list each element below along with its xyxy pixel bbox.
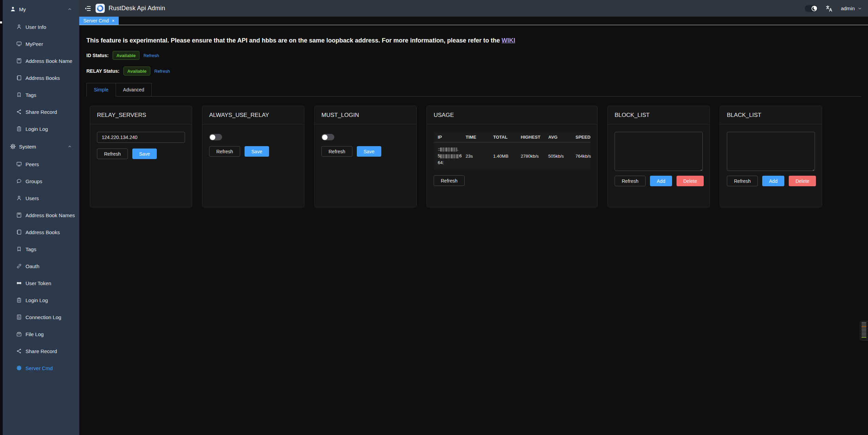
must-login-save-button[interactable]: Save xyxy=(357,146,381,157)
minimap-stripe xyxy=(862,329,866,330)
minimap-stripe xyxy=(862,332,866,332)
sidebar-item-address-book-names[interactable]: Address Book Names xyxy=(3,207,79,224)
relay-status-label: RELAY Status: xyxy=(86,68,119,74)
tab-simple[interactable]: Simple xyxy=(86,83,116,96)
sidebar-item-label: Login Log xyxy=(26,297,48,303)
tab-advanced-label: Advanced xyxy=(123,87,144,92)
app-title: RustDesk Api Admin xyxy=(108,5,165,12)
sidebar-item-server-cmd[interactable]: Server Cmd xyxy=(3,360,79,377)
sidebar-item-share-record[interactable]: Share Record xyxy=(3,103,79,120)
user-icon xyxy=(16,195,22,201)
close-icon[interactable]: × xyxy=(112,18,115,23)
usage-table-header: IP TIME TOTAL HIGHEST AVG SPEED xyxy=(434,132,590,142)
translate-icon[interactable] xyxy=(825,4,833,13)
always-use-relay-refresh-button[interactable]: Refresh xyxy=(209,146,240,157)
user-filled-icon xyxy=(10,6,16,13)
username: admin xyxy=(841,5,855,11)
gear-icon xyxy=(10,143,16,150)
usage-refresh-button[interactable]: Refresh xyxy=(434,175,465,186)
chevron-up-icon xyxy=(67,144,72,149)
usage-speed-value: 764kb/s xyxy=(575,154,591,159)
sidebar-item-label: MyPeer xyxy=(26,41,43,47)
sidebar-item-peers[interactable]: Peers xyxy=(3,156,79,173)
rustdesk-admin-app: My User Info MyPeer Address Book Name Ad… xyxy=(0,0,868,435)
sidebar-item-login-log[interactable]: Login Log xyxy=(3,120,79,137)
route-tab-server-cmd[interactable]: Server Cmd × xyxy=(79,17,119,25)
black-list-textarea[interactable] xyxy=(727,132,815,171)
theme-toggle[interactable] xyxy=(805,5,818,12)
chevron-down-icon xyxy=(857,6,863,11)
sidebar-item-tags-system[interactable]: Tags xyxy=(3,241,79,258)
sidebar-item-oauth[interactable]: Oauth xyxy=(3,258,79,275)
sidebar-item-user-token[interactable]: User Token xyxy=(3,275,79,292)
sidebar-item-label: Tags xyxy=(26,92,36,98)
usage-col-highest: HIGHEST xyxy=(521,135,548,140)
minimap-stripe xyxy=(862,326,866,327)
logo-ring xyxy=(96,4,105,13)
sidebar-item-connection-log[interactable]: Connection Log xyxy=(3,309,79,326)
scroll-minimap xyxy=(860,321,868,341)
sidebar-item-label: User Token xyxy=(26,280,51,286)
page-content: This feature is experimental. Please ens… xyxy=(79,25,868,435)
relay-servers-refresh-button[interactable]: Refresh xyxy=(97,149,128,159)
card-title: USAGE xyxy=(427,106,597,124)
usage-highest-value: 2780kb/s xyxy=(521,154,548,159)
sidebar-item-address-books-system[interactable]: Address Books xyxy=(3,224,79,241)
black-list-add-button[interactable]: Add xyxy=(762,176,784,186)
wiki-link[interactable]: WIKI xyxy=(502,37,515,44)
book-icon xyxy=(16,212,22,218)
sidebar-item-tags[interactable]: Tags xyxy=(3,86,79,103)
must-login-toggle[interactable] xyxy=(321,134,334,140)
relay-status-row: RELAY Status: Available Refresh xyxy=(86,67,861,75)
document-icon xyxy=(16,314,22,320)
chat-icon xyxy=(16,178,22,184)
relay-status-badge: Available xyxy=(123,67,150,75)
sidebar-item-users[interactable]: Users xyxy=(3,190,79,207)
always-use-relay-toggle[interactable] xyxy=(209,134,222,140)
minimap-stripe xyxy=(862,328,866,328)
sidebar-item-mypeer[interactable]: MyPeer xyxy=(3,35,79,52)
sidebar-item-label: Share Record xyxy=(26,109,57,115)
usage-ip-cell: ::. 56 64: xyxy=(438,146,466,166)
minimap-stripe xyxy=(862,324,866,324)
settings-cards: RELAY_SERVERS Refresh Save ALWAYS_USE_RE… xyxy=(90,106,861,207)
relay-servers-save-button[interactable]: Save xyxy=(132,149,157,159)
sidebar-group-system[interactable]: System xyxy=(3,137,79,156)
usage-col-speed: SPEED xyxy=(575,135,590,140)
usage-col-ip: IP xyxy=(438,135,466,140)
block-list-delete-button[interactable]: Delete xyxy=(677,176,704,186)
card-block-list: BLOCK_LIST Refresh Add Delete xyxy=(607,106,710,207)
sidebar-item-user-info[interactable]: User Info xyxy=(3,18,79,35)
user-menu[interactable]: admin xyxy=(841,5,863,11)
sidebar-item-share-record-system[interactable]: Share Record xyxy=(3,343,79,360)
route-tab-bar: Server Cmd × xyxy=(79,17,868,25)
card-black-list: BLACK_LIST Refresh Add Delete xyxy=(720,106,822,207)
sidebar-item-login-log-system[interactable]: Login Log xyxy=(3,292,79,309)
menu-fold-icon[interactable] xyxy=(84,5,91,12)
sidebar-scrollbar-thumb[interactable] xyxy=(0,21,2,23)
card-title: MUST_LOGIN xyxy=(315,106,416,124)
tab-advanced[interactable]: Advanced xyxy=(116,83,152,96)
sidebar-item-label: Address Books xyxy=(26,229,60,235)
always-use-relay-save-button[interactable]: Save xyxy=(245,146,269,157)
block-list-refresh-button[interactable]: Refresh xyxy=(615,176,646,186)
card-title: BLACK_LIST xyxy=(720,106,822,124)
block-list-add-button[interactable]: Add xyxy=(650,176,672,186)
card-relay-servers: RELAY_SERVERS Refresh Save xyxy=(90,106,192,207)
black-list-delete-button[interactable]: Delete xyxy=(789,176,816,186)
relay-servers-input[interactable] xyxy=(97,132,185,143)
sidebar-group-my[interactable]: My xyxy=(3,0,79,18)
id-status-refresh-link[interactable]: Refresh xyxy=(144,53,159,58)
sidebar-item-file-log[interactable]: File Log xyxy=(3,326,79,343)
sidebar-item-groups[interactable]: Groups xyxy=(3,173,79,190)
block-list-textarea[interactable] xyxy=(615,132,703,171)
relay-status-refresh-link[interactable]: Refresh xyxy=(154,69,170,74)
must-login-refresh-button[interactable]: Refresh xyxy=(321,146,352,157)
black-list-refresh-button[interactable]: Refresh xyxy=(727,176,758,186)
share-icon xyxy=(16,348,22,354)
sidebar-item-label: Users xyxy=(26,195,39,201)
card-usage: USAGE IP TIME TOTAL HIGHEST AVG SPEED xyxy=(427,106,598,207)
sidebar-item-address-book-name[interactable]: Address Book Name xyxy=(3,52,79,69)
usage-time-value: 23s xyxy=(466,154,493,159)
sidebar-item-address-books[interactable]: Address Books xyxy=(3,69,79,86)
